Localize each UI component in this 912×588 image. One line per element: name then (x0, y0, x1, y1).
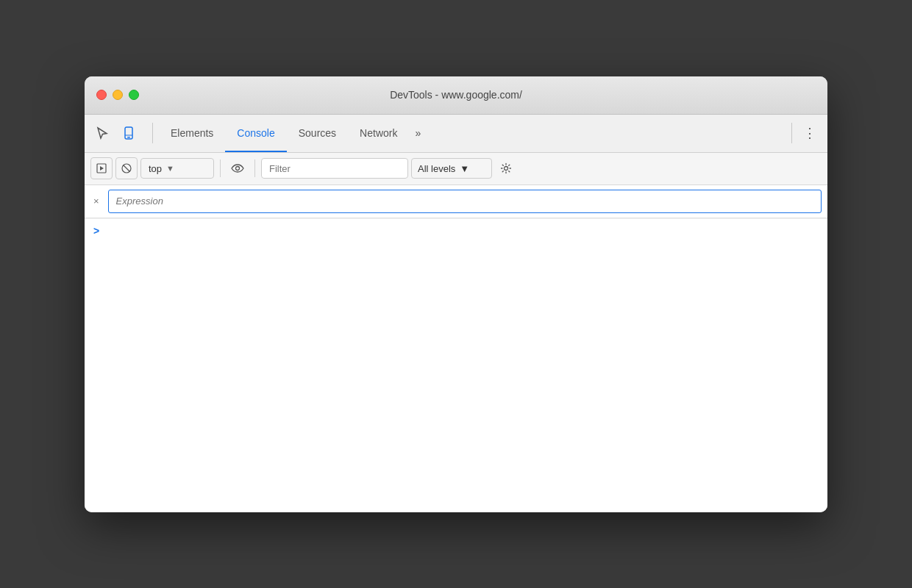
play-icon (96, 163, 107, 173)
svg-point-7 (236, 167, 240, 171)
log-levels-selector[interactable]: All levels ▼ (411, 158, 492, 179)
levels-dropdown-arrow: ▼ (460, 163, 469, 174)
tab-sources[interactable]: Sources (287, 114, 348, 152)
tab-separator (152, 123, 153, 143)
console-output: > (85, 218, 827, 512)
context-dropdown-arrow: ▼ (166, 164, 174, 173)
tab-bar-icons (90, 121, 140, 145)
live-expression-button[interactable] (227, 157, 249, 179)
run-snippet-button[interactable] (90, 157, 113, 179)
svg-marker-4 (100, 166, 104, 171)
context-selector[interactable]: top ▼ (140, 158, 214, 179)
cursor-icon (95, 126, 110, 140)
mobile-icon (121, 126, 136, 140)
expression-area: × (85, 185, 827, 218)
prompt-arrow: > (93, 225, 99, 237)
console-prompt-row: > (85, 218, 827, 243)
more-tabs-button[interactable]: » (409, 114, 427, 152)
svg-point-8 (505, 167, 508, 171)
traffic-lights (96, 90, 139, 100)
svg-rect-1 (127, 137, 130, 138)
window-title: DevTools - www.google.com/ (390, 89, 522, 101)
devtools-menu-button[interactable]: ⋮ (798, 121, 822, 145)
toolbar-separator-1 (220, 159, 221, 177)
settings-button[interactable] (495, 157, 517, 179)
devtools-window: DevTools - www.google.com/ Elements (85, 76, 827, 512)
tab-right-separator (791, 123, 792, 143)
console-toolbar: top ▼ All levels ▼ (85, 153, 827, 185)
toolbar-separator-2 (254, 159, 255, 177)
maximize-button[interactable] (129, 90, 139, 100)
minimize-button[interactable] (113, 90, 123, 100)
clear-console-button[interactable] (115, 157, 138, 179)
filter-input[interactable] (261, 158, 408, 179)
clear-icon (121, 163, 132, 173)
svg-line-6 (124, 165, 130, 172)
gear-icon (500, 162, 512, 174)
tab-network[interactable]: Network (348, 114, 409, 152)
inspect-element-button[interactable] (90, 121, 114, 145)
expression-input[interactable] (108, 190, 822, 213)
tab-console[interactable]: Console (225, 114, 286, 152)
eye-icon (231, 163, 244, 173)
close-button[interactable] (96, 90, 107, 100)
device-toggle-button[interactable] (117, 121, 140, 145)
title-bar: DevTools - www.google.com/ (85, 76, 827, 115)
tab-elements[interactable]: Elements (159, 114, 225, 152)
tab-bar: Elements Console Sources Network » ⋮ (85, 115, 827, 153)
expression-close-button[interactable]: × (90, 195, 102, 207)
